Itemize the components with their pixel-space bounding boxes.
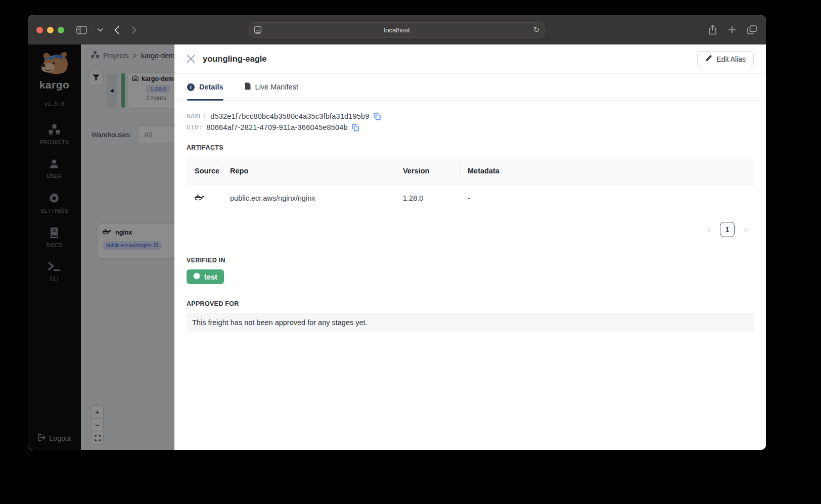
verified-stage-badge[interactable]: test <box>187 269 224 284</box>
verified-in-heading: VERIFIED IN <box>187 257 754 264</box>
copy-icon[interactable] <box>374 113 381 120</box>
address-bar[interactable]: localhost ↻ <box>249 22 545 38</box>
tab-overview-icon[interactable] <box>747 25 757 34</box>
info-icon: i <box>187 83 195 91</box>
freight-details-drawer: youngling-eagle Edit Alias i Details <box>174 44 766 450</box>
name-label: NAME: <box>187 111 206 122</box>
col-source: Source <box>187 165 222 176</box>
name-value: d532e1f7bcc80bc4b3580c4a35c3fbfa31d195b9 <box>210 111 369 122</box>
sidebar-toggle-icon[interactable] <box>76 26 87 34</box>
docker-icon <box>195 195 204 203</box>
col-version: Version <box>396 165 461 176</box>
forward-button[interactable] <box>131 26 136 34</box>
edit-alias-button[interactable]: Edit Alias <box>697 51 754 67</box>
artifacts-heading: ARTIFACTS <box>187 144 754 151</box>
prev-page-icon[interactable]: < <box>707 225 711 234</box>
col-repo: Repo <box>222 165 396 176</box>
chevron-down-icon[interactable] <box>98 28 103 32</box>
minimize-window-button[interactable] <box>47 27 54 33</box>
browser-window: localhost ↻ <box>28 15 766 450</box>
pagination: < 1 > <box>187 222 754 237</box>
browser-titlebar: localhost ↻ <box>28 15 766 44</box>
zoom-window-button[interactable] <box>58 27 64 33</box>
uid-label: UID: <box>187 122 202 133</box>
next-page-icon[interactable]: > <box>743 225 748 234</box>
freight-uid-row: UID: 80664af7-2821-4709-911a-366045e8504… <box>187 122 754 133</box>
page-number-button[interactable]: 1 <box>720 222 735 237</box>
app-page: kargo v1.5.0 PROJECTS USER <box>28 44 766 450</box>
freight-name-row: NAME: d532e1f7bcc80bc4b3580c4a35c3fbfa31… <box>187 111 754 122</box>
url-text: localhost <box>250 26 544 34</box>
approved-for-heading: APPROVED FOR <box>187 300 754 307</box>
edit-alias-label: Edit Alias <box>716 55 746 63</box>
drawer-tabs: i Details Live Manifest <box>174 74 766 101</box>
col-metadata: Metadata <box>461 165 754 176</box>
artifacts-table: Source Repo Version Metadata public.ecr.… <box>187 157 754 212</box>
reload-icon[interactable]: ↻ <box>533 25 540 34</box>
close-window-button[interactable] <box>36 27 43 33</box>
cell-metadata: - <box>461 194 754 202</box>
artifacts-table-header: Source Repo Version Metadata <box>187 157 754 185</box>
traffic-lights <box>36 27 64 33</box>
cell-repo: public.ecr.aws/nginx/nginx <box>222 194 396 202</box>
share-icon[interactable] <box>708 25 717 35</box>
back-button[interactable] <box>114 26 119 34</box>
stage-burst-icon <box>193 272 200 281</box>
tab-details[interactable]: i Details <box>187 74 223 100</box>
new-tab-icon[interactable] <box>728 26 736 34</box>
approved-for-empty-message: This freight has not been approved for a… <box>187 313 754 332</box>
cell-version: 1.28.0 <box>396 194 461 202</box>
uid-value: 80664af7-2821-4709-911a-366045e8504b <box>206 122 347 133</box>
freight-alias-title: youngling-eagle <box>203 54 267 64</box>
tab-label: Live Manifest <box>255 83 298 91</box>
titlebar-divider <box>92 25 93 35</box>
reader-icon[interactable] <box>254 26 262 36</box>
file-icon <box>245 82 251 91</box>
tab-label: Details <box>199 83 223 91</box>
table-row[interactable]: public.ecr.aws/nginx/nginx 1.28.0 - <box>187 185 754 212</box>
close-icon[interactable] <box>187 55 195 63</box>
tab-live-manifest[interactable]: Live Manifest <box>245 74 298 100</box>
pencil-icon <box>705 55 712 63</box>
stage-name: test <box>204 273 217 281</box>
copy-icon[interactable] <box>352 124 359 131</box>
